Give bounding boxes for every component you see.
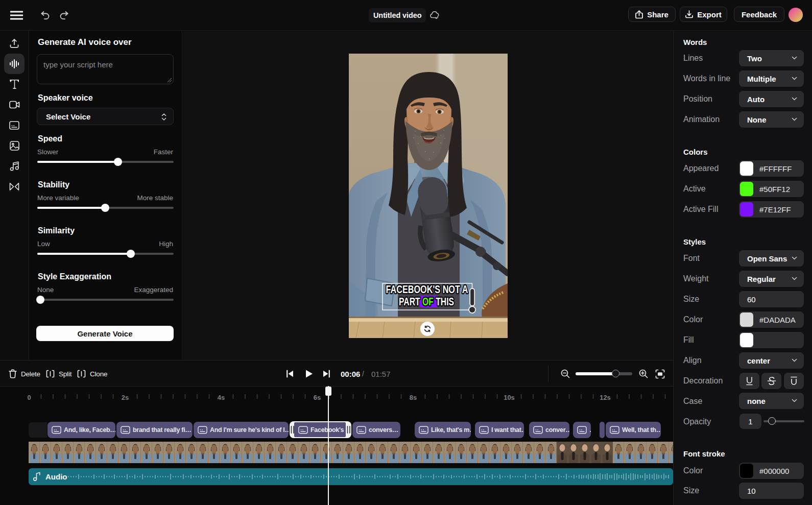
- svg-text:FACEBOOK'S NOT A: FACEBOOK'S NOT A: [386, 283, 468, 296]
- svg-text:PART OF THIS: PART OF THIS: [399, 296, 454, 308]
